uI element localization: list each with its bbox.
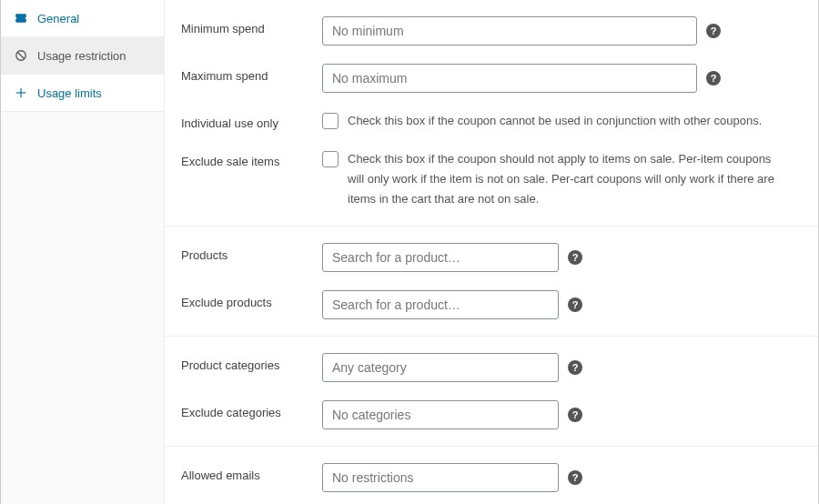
label-exclude-sale: Exclude sale items <box>181 149 322 168</box>
individual-use-checkbox[interactable] <box>322 113 339 129</box>
help-icon[interactable]: ? <box>568 297 582 312</box>
products-input[interactable] <box>322 243 559 272</box>
section-emails: Allowed emails ? <box>165 447 818 504</box>
label-max-spend: Maximum spend <box>181 64 322 83</box>
exclude-sale-checkbox[interactable] <box>322 151 339 167</box>
row-exclude-products: Exclude products ? <box>165 281 818 328</box>
sidebar-item-label: General <box>37 12 79 25</box>
label-allowed-emails: Allowed emails <box>181 463 322 482</box>
exclude-sale-desc: Check this box if the coupon should not … <box>348 149 784 209</box>
row-exclude-categories: Exclude categories ? <box>165 391 818 438</box>
sidebar-item-general[interactable]: General <box>1 0 164 37</box>
label-product-categories: Product categories <box>181 353 322 372</box>
label-products: Products <box>181 243 322 262</box>
exclude-categories-input[interactable] <box>322 400 559 429</box>
min-spend-input[interactable] <box>322 16 697 45</box>
sidebar-item-label: Usage restriction <box>37 49 126 63</box>
row-min-spend: Minimum spend ? <box>165 7 818 55</box>
sidebar-item-label: Usage limits <box>37 86 102 100</box>
main-content: Minimum spend ? Maximum spend ? Individu… <box>165 0 818 504</box>
product-categories-input[interactable] <box>322 353 559 382</box>
section-products: Products ? Exclude products ? <box>165 227 818 337</box>
row-allowed-emails: Allowed emails ? <box>165 454 818 501</box>
help-icon[interactable]: ? <box>568 360 582 375</box>
ticket-icon <box>14 11 28 25</box>
label-individual-use: Individual use only <box>181 111 322 130</box>
section-categories: Product categories ? Exclude categories … <box>165 337 818 447</box>
help-icon[interactable]: ? <box>568 470 582 485</box>
sidebar-item-usage-restriction[interactable]: Usage restriction <box>1 37 164 75</box>
svg-line-1 <box>17 52 25 59</box>
panel: General Usage restriction Usage limits M… <box>0 0 819 504</box>
row-exclude-sale: Exclude sale items Check this box if the… <box>165 140 818 218</box>
exclude-products-input[interactable] <box>322 290 559 319</box>
sliders-icon <box>14 86 28 100</box>
row-individual-use: Individual use only Check this box if th… <box>165 102 818 140</box>
ban-icon <box>14 48 28 63</box>
help-icon[interactable]: ? <box>706 24 721 38</box>
help-icon[interactable]: ? <box>568 408 582 422</box>
help-icon[interactable]: ? <box>568 250 582 265</box>
help-icon[interactable]: ? <box>706 71 721 86</box>
row-product-categories: Product categories ? <box>165 344 818 391</box>
row-products: Products ? <box>165 234 818 281</box>
label-exclude-categories: Exclude categories <box>181 400 322 419</box>
label-min-spend: Minimum spend <box>181 16 322 35</box>
allowed-emails-input[interactable] <box>322 463 559 492</box>
label-exclude-products: Exclude products <box>181 290 322 309</box>
max-spend-input[interactable] <box>322 64 697 93</box>
row-max-spend: Maximum spend ? <box>165 55 818 102</box>
individual-use-desc: Check this box if the coupon cannot be u… <box>348 111 762 131</box>
sidebar-item-usage-limits[interactable]: Usage limits <box>1 75 164 112</box>
section-spend: Minimum spend ? Maximum spend ? Individu… <box>165 0 818 227</box>
sidebar: General Usage restriction Usage limits <box>1 0 165 504</box>
